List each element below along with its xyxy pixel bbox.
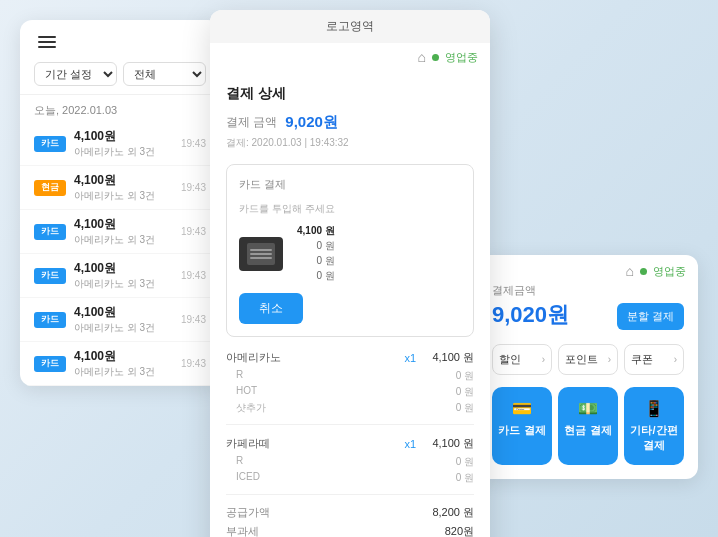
supply-value: 8,200 원 — [432, 505, 474, 520]
card-stripe — [250, 253, 272, 255]
sale-type-icon: 카드 — [34, 136, 66, 152]
sub-item-row: HOT 0 원 — [226, 384, 474, 400]
sub-item-name: ICED — [236, 471, 456, 485]
sale-amount: 4,100원 — [74, 172, 181, 189]
sale-item[interactable]: 카드4,100원아메리카노 외 3건19:43 — [20, 122, 220, 166]
discount-label: 할인 — [499, 352, 521, 367]
point-label: 포인트 — [565, 352, 598, 367]
sale-desc: 아메리카노 외 3건 — [74, 321, 181, 335]
point-button[interactable]: 포인트 › — [558, 344, 618, 375]
cancel-button[interactable]: 취소 — [239, 293, 303, 324]
payment-detail-modal: 로고영역 ⌂ 영업중 결제 상세 결제 금액 9,020원 결제: 2020.0… — [210, 10, 490, 537]
coupon-label: 쿠폰 — [631, 352, 653, 367]
discount-row: 할인 › 포인트 › 쿠폰 › — [492, 344, 684, 375]
sale-type-icon: 카드 — [34, 312, 66, 328]
menu-icon — [38, 41, 56, 43]
sub-item-row: R 0 원 — [226, 454, 474, 470]
sale-item[interactable]: 카드4,100원아메리카노 외 3건19:43 — [20, 210, 220, 254]
filter-row: 기간 설정 전체 — [34, 62, 206, 86]
sale-time: 19:43 — [181, 182, 206, 193]
card-amount-zero3: 0 원 — [297, 269, 335, 283]
sub-item-price: 0 원 — [456, 455, 474, 469]
sale-time: 19:43 — [181, 314, 206, 325]
sale-item[interactable]: 카드4,100원아메리카노 외 3건19:43 — [20, 342, 220, 386]
card-payment-box: 카드 결제 카드를 투입해 주세요 4,100 원 0 원 0 원 0 원 — [226, 164, 474, 337]
sale-time: 19:43 — [181, 270, 206, 281]
sale-info: 4,100원아메리카노 외 3건 — [74, 216, 181, 247]
other-pay-icon: 📱 — [644, 399, 664, 418]
sub-item-name: R — [236, 455, 456, 469]
category-select[interactable]: 전체 — [123, 62, 206, 86]
item-name: 카페라떼 — [226, 436, 404, 451]
other-pay-button[interactable]: 📱 기타/간편결제 — [624, 387, 684, 465]
amount-row: 결제 금액 9,020원 — [226, 113, 474, 132]
item-qty: x1 — [404, 438, 416, 450]
discount-button[interactable]: 할인 › — [492, 344, 552, 375]
card-icon — [239, 237, 283, 271]
sale-amount: 4,100원 — [74, 128, 181, 145]
cash-pay-label: 현금 결제 — [564, 423, 611, 438]
payment-label: 결제금액 — [492, 283, 569, 298]
card-amounts: 4,100 원 0 원 0 원 0 원 — [297, 224, 335, 283]
item-row: 아메리카노 x1 4,100 원 — [226, 347, 474, 368]
payment-amount: 9,020원 — [492, 300, 569, 330]
sale-info: 4,100원아메리카노 외 3건 — [74, 128, 181, 159]
cash-pay-button[interactable]: 💵 현금 결제 — [558, 387, 618, 465]
sale-amount: 4,100원 — [74, 348, 181, 365]
chevron-right-icon: › — [608, 354, 611, 365]
status-dot — [432, 54, 439, 61]
modal-body: 결제 상세 결제 금액 9,020원 결제: 2020.01.03 | 19:4… — [210, 71, 490, 537]
period-select[interactable]: 기간 설정 — [34, 62, 117, 86]
home-icon[interactable]: ⌂ — [418, 49, 426, 65]
sale-info: 4,100원아메리카노 외 3건 — [74, 348, 181, 379]
sub-item-row: 샷추가 0 원 — [226, 400, 474, 416]
card-pay-button[interactable]: 💳 카드 결제 — [492, 387, 552, 465]
sale-item[interactable]: 현금4,100원아메리카노 외 3건19:43 — [20, 166, 220, 210]
payment-panel: ⌂ 영업중 결제금액 9,020원 분할 결제 할인 › 포인트 › 쿠폰 › — [478, 255, 698, 479]
sale-info: 4,100원아메리카노 외 3건 — [74, 260, 181, 291]
item-price: 4,100 원 — [424, 436, 474, 451]
status-label: 영업중 — [653, 264, 686, 279]
sub-item-price: 0 원 — [456, 385, 474, 399]
amount-value: 9,020원 — [285, 113, 338, 132]
sub-item-name: 샷추가 — [236, 401, 456, 415]
card-payment-title: 카드 결제 — [239, 177, 461, 192]
sub-item-price: 0 원 — [456, 369, 474, 383]
card-stripe — [250, 257, 272, 259]
sale-item[interactable]: 카드4,100원아메리카노 외 3건19:43 — [20, 254, 220, 298]
sale-info: 4,100원아메리카노 외 3건 — [74, 304, 181, 335]
sub-item-row: ICED 0 원 — [226, 470, 474, 486]
payment-amount-section: 결제금액 9,020원 분할 결제 — [492, 283, 684, 330]
modal-top-bar: 로고영역 — [210, 10, 490, 43]
sale-item[interactable]: 카드4,100원아메리카노 외 3건19:43 — [20, 298, 220, 342]
card-stripe — [250, 249, 272, 251]
sale-desc: 아메리카노 외 3건 — [74, 145, 181, 159]
other-pay-label: 기타/간편결제 — [628, 423, 680, 453]
sales-list-panel: 기간 설정 전체 오늘, 2022.01.03 카드4,100원아메리카노 외 … — [20, 20, 220, 386]
chevron-right-icon: › — [542, 354, 545, 365]
sale-amount: 4,100원 — [74, 216, 181, 233]
sale-type-icon: 카드 — [34, 356, 66, 372]
card-amount-main: 4,100 원 — [297, 224, 335, 238]
home-icon[interactable]: ⌂ — [626, 263, 634, 279]
sub-item-price: 0 원 — [456, 401, 474, 415]
amount-label: 결제 금액 — [226, 114, 277, 131]
item-price: 4,100 원 — [424, 350, 474, 365]
coupon-button[interactable]: 쿠폰 › — [624, 344, 684, 375]
sub-item-row: R 0 원 — [226, 368, 474, 384]
modal-store-name: 로고영역 — [326, 18, 374, 35]
sale-type-icon: 현금 — [34, 180, 66, 196]
menu-button[interactable] — [34, 32, 60, 52]
card-amount-zero2: 0 원 — [297, 254, 335, 268]
card-amount-zero1: 0 원 — [297, 239, 335, 253]
vat-row: 부과세 820원 — [226, 522, 474, 537]
vat-label: 부과세 — [226, 524, 259, 537]
pay-buttons: 💳 카드 결제 💵 현금 결제 📱 기타/간편결제 — [492, 387, 684, 465]
card-subtitle: 카드를 투입해 주세요 — [239, 202, 461, 216]
right-body: 결제금액 9,020원 분할 결제 할인 › 포인트 › 쿠폰 › 💳 카드 결… — [478, 283, 698, 479]
item-qty: x1 — [404, 352, 416, 364]
card-icon-area: 4,100 원 0 원 0 원 0 원 — [239, 224, 461, 283]
installment-button[interactable]: 분할 결제 — [617, 303, 684, 330]
sale-info: 4,100원아메리카노 외 3건 — [74, 172, 181, 203]
sale-amount: 4,100원 — [74, 304, 181, 321]
